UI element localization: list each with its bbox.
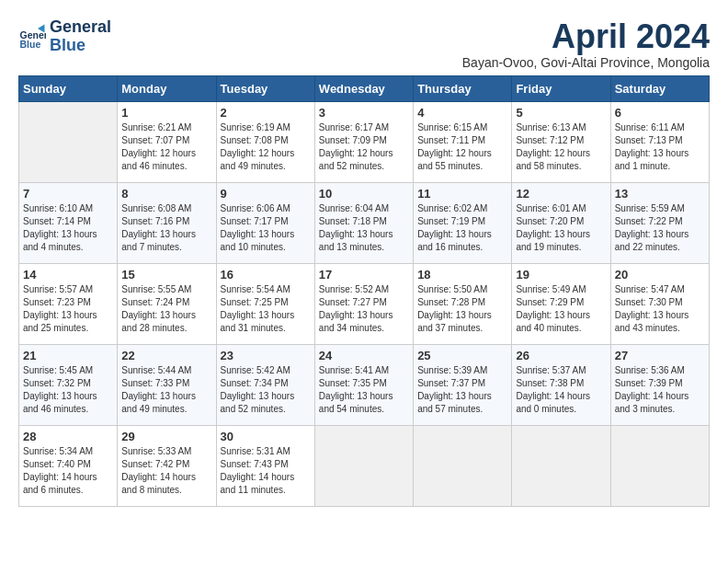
day-number: 12: [516, 187, 606, 201]
day-info: Sunrise: 5:52 AM Sunset: 7:27 PM Dayligh…: [319, 283, 409, 335]
calendar-cell: 24Sunrise: 5:41 AM Sunset: 7:35 PM Dayli…: [314, 344, 413, 425]
day-number: 20: [615, 268, 705, 282]
day-info: Sunrise: 5:42 AM Sunset: 7:34 PM Dayligh…: [221, 364, 311, 416]
calendar-cell: [414, 425, 512, 506]
day-info: Sunrise: 6:17 AM Sunset: 7:09 PM Dayligh…: [319, 121, 409, 173]
calendar-cell: 15Sunrise: 5:55 AM Sunset: 7:24 PM Dayli…: [118, 263, 216, 344]
calendar-header: SundayMondayTuesdayWednesdayThursdayFrid…: [19, 75, 710, 101]
day-number: 26: [516, 349, 606, 362]
calendar-cell: 27Sunrise: 5:36 AM Sunset: 7:39 PM Dayli…: [610, 344, 709, 425]
calendar-table: SundayMondayTuesdayWednesdayThursdayFrid…: [18, 75, 710, 507]
calendar-cell: 2Sunrise: 6:19 AM Sunset: 7:08 PM Daylig…: [216, 101, 314, 182]
calendar-cell: 8Sunrise: 6:08 AM Sunset: 7:16 PM Daylig…: [118, 182, 216, 263]
calendar-week-5: 28Sunrise: 5:34 AM Sunset: 7:40 PM Dayli…: [19, 425, 710, 506]
calendar-cell: 20Sunrise: 5:47 AM Sunset: 7:30 PM Dayli…: [610, 263, 709, 344]
day-info: Sunrise: 5:39 AM Sunset: 7:37 PM Dayligh…: [417, 364, 507, 416]
calendar-cell: 12Sunrise: 6:01 AM Sunset: 7:20 PM Dayli…: [512, 182, 610, 263]
day-info: Sunrise: 6:13 AM Sunset: 7:12 PM Dayligh…: [516, 121, 606, 173]
day-info: Sunrise: 6:08 AM Sunset: 7:16 PM Dayligh…: [121, 202, 211, 254]
day-number: 8: [121, 187, 211, 201]
day-number: 25: [417, 349, 507, 362]
calendar-week-2: 7Sunrise: 6:10 AM Sunset: 7:14 PM Daylig…: [19, 182, 710, 263]
day-number: 5: [516, 106, 606, 120]
day-number: 23: [221, 349, 311, 362]
calendar-cell: [610, 425, 709, 506]
calendar-cell: 13Sunrise: 5:59 AM Sunset: 7:22 PM Dayli…: [610, 182, 709, 263]
calendar-cell: 4Sunrise: 6:15 AM Sunset: 7:11 PM Daylig…: [414, 101, 512, 182]
day-info: Sunrise: 6:10 AM Sunset: 7:14 PM Dayligh…: [23, 202, 113, 254]
day-info: Sunrise: 5:36 AM Sunset: 7:39 PM Dayligh…: [615, 364, 705, 416]
day-number: 29: [121, 430, 211, 443]
day-number: 19: [516, 268, 606, 282]
day-number: 18: [417, 268, 507, 282]
day-info: Sunrise: 5:33 AM Sunset: 7:42 PM Dayligh…: [121, 445, 211, 497]
day-number: 13: [615, 187, 705, 201]
weekday-header-thursday: Thursday: [414, 75, 512, 101]
weekday-header-friday: Friday: [512, 75, 610, 101]
day-number: 16: [221, 268, 311, 282]
day-info: Sunrise: 5:57 AM Sunset: 7:23 PM Dayligh…: [23, 283, 113, 335]
day-number: 1: [121, 106, 211, 120]
title-section: April 2024 Bayan-Ovoo, Govi-Altai Provin…: [462, 18, 710, 70]
logo-text: General Blue: [50, 18, 111, 55]
day-info: Sunrise: 5:49 AM Sunset: 7:29 PM Dayligh…: [516, 283, 606, 335]
calendar-cell: 6Sunrise: 6:11 AM Sunset: 7:13 PM Daylig…: [610, 101, 709, 182]
calendar-cell: 1Sunrise: 6:21 AM Sunset: 7:07 PM Daylig…: [118, 101, 216, 182]
day-number: 14: [23, 268, 113, 282]
day-info: Sunrise: 5:47 AM Sunset: 7:30 PM Dayligh…: [615, 283, 705, 335]
calendar-week-1: 1Sunrise: 6:21 AM Sunset: 7:07 PM Daylig…: [19, 101, 710, 182]
weekday-header-wednesday: Wednesday: [314, 75, 413, 101]
calendar-cell: 10Sunrise: 6:04 AM Sunset: 7:18 PM Dayli…: [314, 182, 413, 263]
calendar-cell: 30Sunrise: 5:31 AM Sunset: 7:43 PM Dayli…: [216, 425, 314, 506]
day-info: Sunrise: 5:41 AM Sunset: 7:35 PM Dayligh…: [319, 364, 409, 416]
day-number: 2: [221, 106, 311, 120]
day-info: Sunrise: 5:37 AM Sunset: 7:38 PM Dayligh…: [516, 364, 606, 416]
header: General Blue General Blue April 2024 Bay…: [18, 18, 710, 70]
day-info: Sunrise: 5:50 AM Sunset: 7:28 PM Dayligh…: [417, 283, 507, 335]
calendar-week-3: 14Sunrise: 5:57 AM Sunset: 7:23 PM Dayli…: [19, 263, 710, 344]
logo-line1: General: [50, 18, 111, 37]
calendar-week-4: 21Sunrise: 5:45 AM Sunset: 7:32 PM Dayli…: [19, 344, 710, 425]
calendar-cell: 17Sunrise: 5:52 AM Sunset: 7:27 PM Dayli…: [314, 263, 413, 344]
day-info: Sunrise: 6:06 AM Sunset: 7:17 PM Dayligh…: [221, 202, 311, 254]
calendar-cell: [19, 101, 118, 182]
day-info: Sunrise: 5:45 AM Sunset: 7:32 PM Dayligh…: [23, 364, 113, 416]
day-info: Sunrise: 6:19 AM Sunset: 7:08 PM Dayligh…: [221, 121, 311, 173]
day-info: Sunrise: 5:54 AM Sunset: 7:25 PM Dayligh…: [221, 283, 311, 335]
day-number: 10: [319, 187, 409, 201]
day-number: 28: [23, 430, 113, 443]
logo-icon: General Blue: [18, 23, 46, 51]
svg-text:Blue: Blue: [20, 39, 41, 50]
day-number: 4: [417, 106, 507, 120]
calendar-cell: 14Sunrise: 5:57 AM Sunset: 7:23 PM Dayli…: [19, 263, 118, 344]
calendar-cell: 23Sunrise: 5:42 AM Sunset: 7:34 PM Dayli…: [216, 344, 314, 425]
location: Bayan-Ovoo, Govi-Altai Province, Mongoli…: [462, 55, 710, 70]
weekday-header-saturday: Saturday: [610, 75, 709, 101]
day-number: 15: [121, 268, 211, 282]
calendar-cell: 19Sunrise: 5:49 AM Sunset: 7:29 PM Dayli…: [512, 263, 610, 344]
calendar-cell: 9Sunrise: 6:06 AM Sunset: 7:17 PM Daylig…: [216, 182, 314, 263]
day-number: 7: [23, 187, 113, 201]
day-info: Sunrise: 6:01 AM Sunset: 7:20 PM Dayligh…: [516, 202, 606, 254]
day-number: 22: [121, 349, 211, 362]
calendar-cell: 22Sunrise: 5:44 AM Sunset: 7:33 PM Dayli…: [118, 344, 216, 425]
weekday-header-tuesday: Tuesday: [216, 75, 314, 101]
weekday-header-monday: Monday: [118, 75, 216, 101]
day-number: 11: [417, 187, 507, 201]
calendar-body: 1Sunrise: 6:21 AM Sunset: 7:07 PM Daylig…: [19, 101, 710, 506]
day-number: 3: [319, 106, 409, 120]
calendar-cell: 7Sunrise: 6:10 AM Sunset: 7:14 PM Daylig…: [19, 182, 118, 263]
logo: General Blue General Blue: [18, 18, 111, 55]
day-number: 21: [23, 349, 113, 362]
day-number: 27: [615, 349, 705, 362]
calendar-cell: 11Sunrise: 6:02 AM Sunset: 7:19 PM Dayli…: [414, 182, 512, 263]
day-number: 24: [319, 349, 409, 362]
day-info: Sunrise: 5:44 AM Sunset: 7:33 PM Dayligh…: [121, 364, 211, 416]
day-info: Sunrise: 5:55 AM Sunset: 7:24 PM Dayligh…: [121, 283, 211, 335]
calendar-cell: [512, 425, 610, 506]
calendar-cell: 21Sunrise: 5:45 AM Sunset: 7:32 PM Dayli…: [19, 344, 118, 425]
day-number: 30: [221, 430, 311, 443]
day-info: Sunrise: 6:02 AM Sunset: 7:19 PM Dayligh…: [417, 202, 507, 254]
day-info: Sunrise: 6:04 AM Sunset: 7:18 PM Dayligh…: [319, 202, 409, 254]
logo-line2: Blue: [50, 37, 111, 55]
